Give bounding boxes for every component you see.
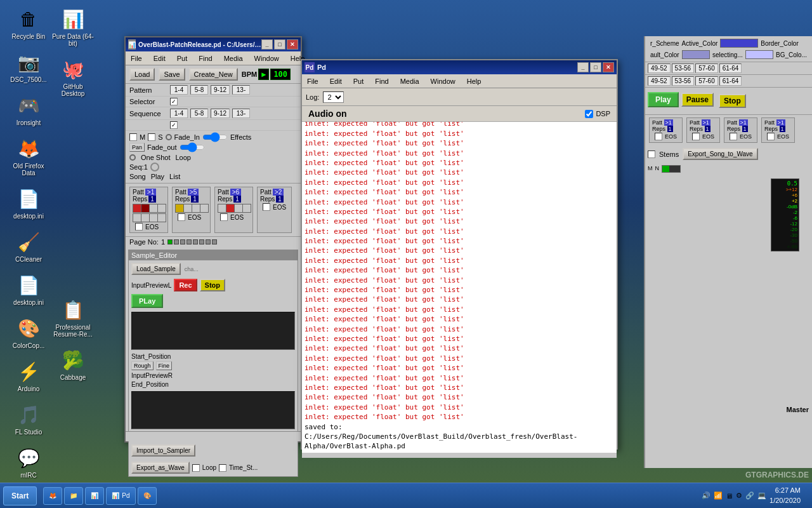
start-button[interactable]: Start (3, 486, 37, 505)
rough1-button[interactable]: Rough (131, 361, 154, 370)
overblast-maximize-btn[interactable]: □ (274, 39, 285, 50)
desktop-icon-desktopini[interactable]: 📄 desktop.ini (6, 186, 51, 220)
rp-eos4-cb[interactable] (767, 133, 775, 140)
dsp-checkbox[interactable] (585, 110, 593, 118)
pd-menu-media[interactable]: Media (398, 76, 422, 86)
pd-menu-window[interactable]: Window (428, 76, 458, 86)
fade-out-slider[interactable] (180, 145, 205, 150)
desktop-icon-puredata[interactable]: 📊 Pure Data (64-bit) (51, 6, 95, 47)
page-dot-8[interactable] (212, 239, 217, 244)
page-dot-4[interactable] (187, 239, 192, 244)
desktop-icon-dsc[interactable]: 📷 DSC_7500... (6, 50, 51, 83)
taskbar-pd[interactable]: 📊 Pd (106, 487, 135, 505)
export-as-wave-button[interactable]: Export_as_Wave (131, 462, 190, 474)
page-dot-5[interactable] (193, 239, 198, 244)
active-color-box[interactable] (720, 39, 758, 48)
taskbar-firefox[interactable]: 🦊 (43, 487, 62, 505)
page-dot-6[interactable] (199, 239, 204, 244)
seq-dial[interactable] (150, 163, 159, 171)
page-label: Page No: (129, 238, 159, 246)
pan-button[interactable]: Pan (129, 143, 145, 152)
fade-in-slider[interactable] (202, 135, 228, 140)
pd-menu-put[interactable]: Put (351, 76, 367, 86)
desktop-icon-github[interactable]: 🐙 GitHub Desktop (51, 57, 95, 97)
rp-play-button[interactable]: Play (648, 92, 679, 107)
page-dot-2[interactable] (174, 239, 179, 244)
console-error-line: inlet: expected 'float' but got 'list' (304, 403, 614, 412)
taskbar-folder[interactable]: 📁 (64, 487, 83, 505)
selecting-color-box[interactable] (745, 50, 773, 59)
eos2-checkbox[interactable] (178, 213, 185, 221)
taskbar-paint[interactable]: 🎨 (138, 487, 157, 505)
rp-pause-button[interactable]: Pause (681, 93, 714, 107)
export-song-button[interactable]: Export_Song_to_Wave (683, 148, 757, 160)
desktop-icon-mirc[interactable]: 💬 mIRC (6, 445, 51, 479)
m-checkbox[interactable] (129, 133, 137, 141)
load-button[interactable]: Load (129, 68, 155, 81)
load-sample-button[interactable]: Load_Sample (131, 263, 181, 275)
timestamp-label: Time_St... (229, 464, 258, 471)
s-checkbox[interactable] (148, 133, 155, 141)
desktop-icon-firefox-old[interactable]: 🦊 Old Firefox Data (6, 136, 51, 177)
pd-audio-row: Audio on DSP (302, 106, 617, 122)
save-button[interactable]: Save (159, 68, 185, 81)
overblast-minimize-btn[interactable]: _ (261, 39, 273, 50)
hscroll[interactable] (126, 431, 301, 441)
radio-btn2[interactable] (129, 154, 136, 161)
desktop-icon-ccleaner[interactable]: 🧹 CCleaner (6, 229, 51, 263)
selector2-checkbox[interactable] (170, 121, 178, 129)
eos4-checkbox[interactable] (263, 203, 270, 211)
desktop-icon-resume[interactable]: 📋 Professional Resume-Re... (51, 297, 95, 338)
rp-stop-button[interactable]: Stop (719, 94, 746, 108)
pd-restore-btn[interactable]: □ (590, 62, 601, 72)
desktop-icon-colorcop[interactable]: 🎨 ColorCop... (6, 316, 51, 349)
timestamp-checkbox[interactable] (219, 464, 226, 472)
overblast-close-btn[interactable]: ✕ (287, 39, 298, 50)
default-color-box[interactable] (682, 50, 710, 59)
one-shot-label: One Shot (141, 154, 170, 161)
create-new-button[interactable]: Create_New (189, 68, 238, 81)
selector-checkbox[interactable] (170, 98, 178, 105)
eos3-checkbox[interactable] (220, 213, 228, 221)
radio-btn[interactable] (166, 134, 172, 140)
desktop-icon-desktopini2[interactable]: 📄 desktop.ini (6, 272, 51, 306)
fine1-button[interactable]: Fine (156, 361, 173, 370)
rec-button[interactable]: Rec (174, 279, 197, 291)
page-dot-1[interactable] (167, 239, 173, 244)
desktop-icon-ironsight[interactable]: 🎮 Ironsight (6, 93, 51, 126)
desktop-icon-recycle-bin[interactable]: 🗑 Recycle Bin (6, 6, 51, 40)
ob-menu-put[interactable]: Put (174, 53, 190, 64)
desktop-icon-area: 🗑 Recycle Bin 📷 DSC_7500... 🎮 Ironsight … (6, 6, 51, 508)
ob-menu-media[interactable]: Media (221, 53, 246, 64)
desktop-icons-col2: 📊 Pure Data (64-bit) 🐙 GitHub Desktop 📋 … (51, 6, 95, 381)
pd-menu-edit[interactable]: Edit (327, 76, 344, 86)
stop-button-sample[interactable]: Stop (200, 279, 225, 291)
rp-ranges-row: 49-52 53-56 57-60 61-64 (645, 62, 812, 75)
ob-menu-window[interactable]: Window (252, 53, 282, 64)
pd-minimize-btn[interactable]: _ (577, 62, 589, 72)
ob-menu-file[interactable]: File (128, 53, 145, 64)
page-dot-3[interactable] (180, 239, 185, 244)
pd-close-btn[interactable]: ✕ (603, 62, 614, 72)
play-button-sample[interactable]: PLay (131, 294, 163, 308)
rp-eos2-cb[interactable] (692, 133, 700, 140)
desktop-icon-arduino[interactable]: ⚡ Arduino (6, 359, 51, 392)
ob-menu-edit[interactable]: Edit (151, 53, 168, 64)
pd-menu-find[interactable]: Find (372, 76, 391, 86)
rp-eos1-cb[interactable] (655, 133, 662, 140)
pd-menu-file[interactable]: File (304, 76, 321, 86)
loop-checkbox[interactable] (192, 464, 200, 472)
desktop-icon-cabbage[interactable]: 🥦 Cabbage (51, 347, 95, 381)
console-scrollbar[interactable] (302, 453, 617, 458)
desktop-icon-fl-studio[interactable]: 🎵 FL Studio (6, 402, 51, 436)
import-to-sampler-button[interactable]: Import_to_Sampler (131, 444, 195, 457)
pd-menu-help[interactable]: Help (464, 76, 484, 86)
taskbar-chart[interactable]: 📊 (85, 487, 104, 505)
console-error-line: inlet: expected 'float' but got 'list' (304, 354, 614, 363)
page-dot-7[interactable] (206, 239, 211, 244)
pd-log-select[interactable]: 2 1 3 4 (323, 91, 344, 103)
eos1-checkbox[interactable] (135, 223, 143, 231)
stems-checkbox[interactable] (648, 150, 655, 158)
rp-eos3-cb[interactable] (730, 133, 737, 140)
ob-menu-find[interactable]: Find (196, 53, 214, 64)
